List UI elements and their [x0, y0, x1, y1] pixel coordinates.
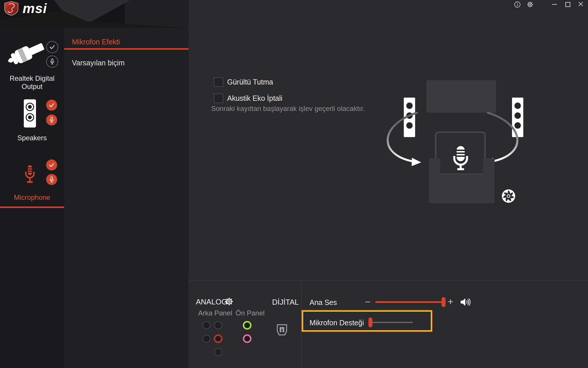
jack-back-2[interactable] — [214, 321, 222, 329]
jack-back-4-active[interactable] — [214, 334, 222, 343]
jack-front-green[interactable] — [243, 321, 252, 330]
tv-illustration — [426, 80, 496, 113]
master-volume-slider[interactable] — [375, 297, 444, 307]
default-communication-badge — [46, 114, 57, 125]
microphone-icon — [48, 116, 55, 123]
check-icon — [48, 161, 55, 168]
check-icon — [49, 44, 56, 51]
tab-varsayilan-bicim[interactable]: Varsayılan biçim — [64, 55, 189, 70]
slider-thumb[interactable] — [368, 317, 372, 327]
default-communication-badge — [46, 55, 58, 68]
slider-fill — [375, 301, 444, 303]
msi-logo-text: msi — [23, 1, 47, 16]
volume-minus-button[interactable]: − — [365, 297, 371, 307]
digital-section-title: DİJİTAL — [272, 298, 299, 307]
microphone-device-icon — [24, 165, 36, 185]
msi-shield-icon — [3, 1, 19, 16]
bottom-panel-left-divider — [189, 280, 189, 368]
device-label-realtek: Realtek Digital Output — [0, 74, 64, 91]
selected-device-underline — [0, 207, 64, 208]
close-button[interactable] — [578, 1, 583, 7]
default-device-badge — [46, 100, 57, 111]
speaker-volume-icon[interactable] — [460, 297, 471, 307]
mic-boost-slider[interactable] — [370, 317, 413, 328]
optical-port-icon — [276, 324, 288, 336]
maximize-button[interactable] — [565, 2, 570, 7]
sidebar-item-speakers[interactable]: Speakers — [0, 96, 64, 144]
checkbox-akustik-eko-iptali[interactable] — [214, 94, 223, 103]
fan-icon — [502, 189, 515, 203]
checkbox-label: Akustik Eko İptali — [227, 94, 282, 103]
jack-back-1[interactable] — [202, 321, 211, 329]
microphone-icon — [49, 58, 56, 65]
header-facet — [125, 0, 189, 28]
optical-connector-icon — [6, 37, 51, 66]
jack-front-pink[interactable] — [243, 334, 252, 343]
volume-plus-button[interactable]: + — [448, 297, 453, 306]
tab-mikrofon-efekti[interactable]: Mikrofon Efekti — [64, 35, 189, 49]
sidebar-item-microphone[interactable]: Microphone — [0, 157, 64, 207]
default-communication-badge — [46, 174, 57, 185]
effect-note: Sonraki kayıttan başlayarak işlev geçerl… — [211, 105, 365, 113]
bottom-panel-divider — [189, 280, 588, 281]
default-device-badge — [46, 159, 57, 170]
info-icon[interactable] — [514, 1, 521, 8]
back-panel-label: Arka Panel — [198, 309, 232, 317]
check-icon — [48, 102, 55, 109]
default-device-badge — [46, 41, 58, 53]
settings-gear-icon[interactable] — [527, 1, 534, 8]
jack-back-3[interactable] — [202, 335, 211, 343]
speakers-icon — [24, 99, 36, 128]
slider-track[interactable] — [370, 322, 413, 323]
tab-column: Mikrofon Efekti Varsayılan biçim — [64, 0, 189, 368]
device-label-microphone: Microphone — [0, 193, 64, 202]
checkbox-gurultu-tutma[interactable] — [214, 77, 223, 87]
tab-label: Varsayılan biçim — [72, 59, 125, 67]
microphone-icon — [48, 176, 55, 183]
room-illustration — [371, 76, 534, 209]
tab-label: Mikrofon Efekti — [72, 38, 120, 46]
realtek-audio-console-window: Realtek Digital Output Speakers — [0, 0, 588, 368]
mic-boost-label: Mikrofon Desteği — [310, 319, 364, 327]
main-panel: Gürültü Tutma Akustik Eko İptali Sonraki… — [189, 0, 588, 368]
front-panel-label: Ön Panel — [236, 309, 265, 317]
master-volume-label: Ana Ses — [310, 298, 337, 307]
right-speaker-illustration — [512, 98, 523, 137]
bottom-panel-vertical-divider — [301, 280, 301, 368]
sidebar-item-realtek-digital-output[interactable]: Realtek Digital Output — [0, 34, 64, 87]
slider-thumb[interactable] — [442, 297, 446, 307]
device-label-speakers: Speakers — [0, 134, 64, 142]
analog-section-title: ANALOG — [196, 297, 227, 306]
checkbox-label: Gürültü Tutma — [227, 78, 273, 86]
jack-back-5[interactable] — [214, 348, 222, 356]
active-tab-underline — [64, 48, 189, 50]
minimize-button[interactable] — [552, 4, 557, 5]
device-sidebar: Realtek Digital Output Speakers — [0, 0, 64, 368]
analog-settings-gear-icon[interactable] — [225, 297, 234, 306]
msi-logo: msi — [3, 1, 47, 16]
